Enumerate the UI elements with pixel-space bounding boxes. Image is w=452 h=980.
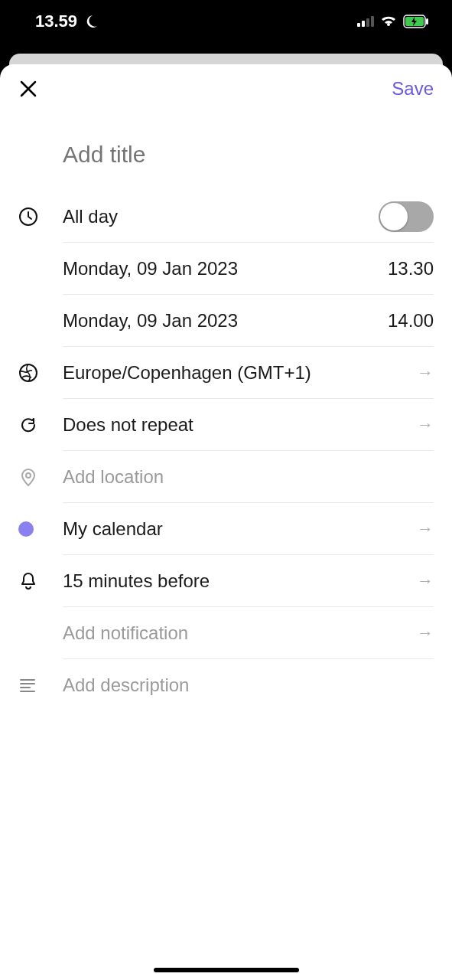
moon-icon bbox=[83, 14, 99, 29]
description-icon bbox=[18, 676, 63, 694]
start-row[interactable]: Monday, 09 Jan 2023 13.30 bbox=[0, 243, 452, 295]
arrow-right-icon: → bbox=[417, 519, 434, 539]
repeat-row[interactable]: Does not repeat → bbox=[0, 399, 452, 451]
status-right bbox=[357, 15, 429, 28]
notification-row[interactable]: 15 minutes before → bbox=[0, 555, 452, 607]
add-notification-label: Add notification bbox=[63, 622, 188, 644]
allday-row[interactable]: All day bbox=[0, 191, 452, 243]
timezone-label: Europe/Copenhagen (GMT+1) bbox=[63, 362, 311, 384]
repeat-icon bbox=[18, 415, 63, 435]
calendar-label: My calendar bbox=[63, 518, 163, 540]
globe-icon bbox=[18, 363, 63, 383]
arrow-right-icon: → bbox=[417, 363, 434, 383]
calendar-color-icon bbox=[18, 521, 34, 537]
close-button[interactable] bbox=[18, 79, 38, 99]
status-bar: 13.59 bbox=[0, 0, 452, 42]
location-icon bbox=[18, 467, 63, 487]
start-time: 13.30 bbox=[388, 258, 434, 279]
wifi-icon bbox=[380, 15, 397, 28]
signal-icon bbox=[357, 15, 374, 27]
location-placeholder: Add location bbox=[63, 466, 164, 488]
calendar-row[interactable]: My calendar → bbox=[0, 503, 452, 555]
arrow-right-icon: → bbox=[417, 571, 434, 591]
status-time: 13.59 bbox=[35, 11, 77, 31]
add-notification-row[interactable]: Add notification → bbox=[0, 607, 452, 659]
description-placeholder: Add description bbox=[63, 675, 189, 696]
timezone-row[interactable]: Europe/Copenhagen (GMT+1) → bbox=[0, 347, 452, 399]
title-input[interactable] bbox=[0, 100, 452, 191]
end-row[interactable]: Monday, 09 Jan 2023 14.00 bbox=[0, 295, 452, 347]
battery-icon bbox=[403, 15, 429, 28]
home-indicator[interactable] bbox=[154, 968, 299, 972]
arrow-right-icon: → bbox=[417, 623, 434, 643]
bell-icon bbox=[18, 571, 63, 591]
allday-toggle[interactable] bbox=[379, 201, 434, 232]
allday-label: All day bbox=[63, 206, 118, 227]
svg-rect-2 bbox=[426, 18, 428, 24]
event-sheet: Save All day Monday, 09 Jan 2023 13.30 M… bbox=[0, 64, 452, 980]
svg-point-5 bbox=[26, 473, 31, 478]
description-row[interactable]: Add description bbox=[0, 659, 452, 711]
arrow-right-icon: → bbox=[417, 415, 434, 435]
start-date: Monday, 09 Jan 2023 bbox=[63, 258, 238, 279]
end-time: 14.00 bbox=[388, 310, 434, 332]
end-date: Monday, 09 Jan 2023 bbox=[63, 310, 238, 332]
repeat-label: Does not repeat bbox=[63, 414, 193, 436]
save-button[interactable]: Save bbox=[392, 78, 434, 100]
clock-icon bbox=[18, 207, 63, 227]
location-row[interactable]: Add location bbox=[0, 451, 452, 503]
notification-label: 15 minutes before bbox=[63, 570, 210, 592]
